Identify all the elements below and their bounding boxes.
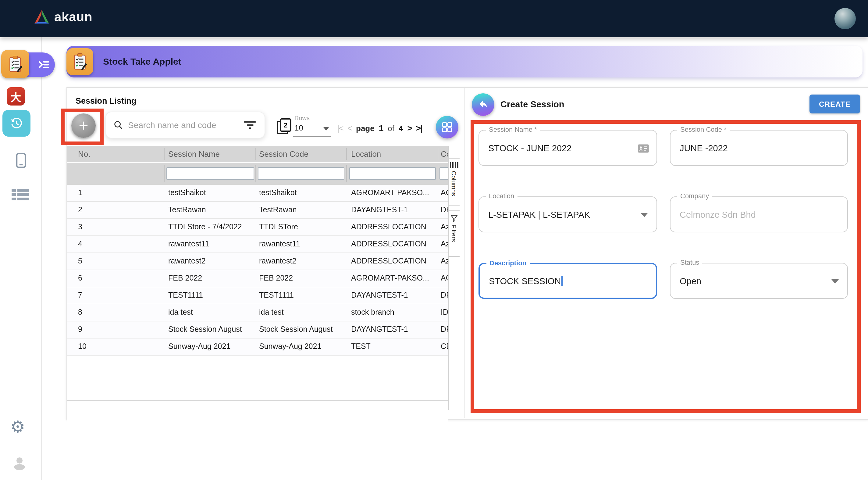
- tab-columns-label: Columns: [451, 171, 458, 196]
- cell-name: Stock Session August: [168, 325, 242, 334]
- table-row[interactable]: 2TestRawanTestRawanDAYANGTEST-1DF: [67, 202, 448, 219]
- brand-name: akaun: [54, 9, 92, 24]
- cell-code: rawantest11: [259, 240, 300, 248]
- cell-name: rawantest2: [168, 257, 206, 265]
- table-row[interactable]: 7TEST1111TEST1111DAYANGTEST-1DF: [67, 287, 448, 304]
- filter-input-session-name[interactable]: [166, 167, 254, 180]
- table-row[interactable]: 1testShaikottestShaikotAGROMART-PAKSO...…: [67, 185, 448, 202]
- table-row[interactable]: 8ida testida teststock branchID: [67, 304, 448, 322]
- sidebar-item-stock-take-applet[interactable]: [1, 50, 29, 78]
- cell-code: rawantest2: [259, 257, 296, 265]
- total-pages: 4: [399, 123, 403, 133]
- table-side-strip: Columns Filters: [448, 146, 460, 410]
- sidebar-item-listing[interactable]: [11, 189, 29, 203]
- first-page-button[interactable]: |<: [337, 123, 343, 133]
- cell-name: testShaikot: [168, 188, 206, 197]
- col-header-session-name[interactable]: Session Name: [168, 149, 220, 158]
- cell-company: AG: [441, 188, 448, 197]
- sidebar-item-history-active[interactable]: [2, 110, 30, 137]
- prev-page-button[interactable]: <: [347, 123, 352, 133]
- list-icon: [11, 189, 29, 201]
- table-footer-strip: [67, 400, 448, 411]
- cell-company: DF: [441, 206, 448, 214]
- search-input[interactable]: [127, 120, 243, 130]
- add-session-button[interactable]: +: [71, 114, 96, 138]
- sidebar-item-red-app[interactable]: 大: [7, 87, 25, 106]
- cell-no: 3: [78, 222, 82, 231]
- cell-company: AG: [441, 274, 448, 282]
- cell-location: ADDRESSLOCATION: [351, 257, 426, 265]
- cell-code: testShaikot: [259, 188, 297, 197]
- cell-no: 2: [78, 206, 82, 214]
- cell-company: ID: [441, 308, 448, 317]
- sidebar-item-mobile[interactable]: [13, 152, 29, 171]
- pages-icon[interactable]: 2: [277, 118, 291, 134]
- col-header-company[interactable]: Co: [441, 149, 448, 158]
- cell-location: ADDRESSLOCATION: [351, 222, 426, 231]
- cell-company: Az: [441, 240, 448, 248]
- top-navbar: akaun: [0, 0, 868, 37]
- applet-header-chip: [66, 48, 93, 75]
- table-row[interactable]: 9Stock Session AugustStock Session Augus…: [67, 322, 448, 338]
- cell-name: TEST1111: [168, 291, 203, 299]
- settings-gear-icon[interactable]: ⚙: [10, 419, 25, 436]
- cell-company: Az: [441, 257, 448, 265]
- table-row[interactable]: 4rawantest11rawantest11ADDRESSLOCATIONAz: [67, 236, 448, 253]
- tab-filters-label: Filters: [451, 224, 458, 242]
- search-filter-icon[interactable]: [243, 121, 257, 129]
- back-button[interactable]: [472, 93, 494, 116]
- cell-location: AGROMART-PAKSO...: [351, 274, 429, 282]
- col-header-location[interactable]: Location: [351, 149, 381, 158]
- rows-per-page-value[interactable]: 10: [294, 123, 303, 132]
- cell-code: FEB 2022: [259, 274, 293, 282]
- tab-columns[interactable]: Columns: [448, 158, 460, 206]
- cell-name: rawantest11: [168, 240, 209, 248]
- col-header-no[interactable]: No.: [78, 149, 90, 158]
- table-row[interactable]: 5rawantest2rawantest2ADDRESSLOCATIONAz: [67, 253, 448, 270]
- cell-company: CE: [441, 342, 448, 351]
- cell-name: TestRawan: [168, 206, 206, 214]
- rows-select-underline: [293, 136, 331, 137]
- rows-select-caret-icon[interactable]: [323, 127, 329, 130]
- user-avatar[interactable]: [835, 8, 856, 29]
- current-page: 1: [379, 123, 384, 133]
- akaun-triangle-icon: [33, 9, 50, 24]
- of-label: of: [388, 123, 394, 133]
- cell-no: 4: [78, 240, 82, 248]
- cell-code: TTDI STore: [259, 222, 298, 231]
- funnel-icon: [451, 215, 458, 222]
- table-filter-row: [67, 162, 448, 185]
- cell-code: TEST1111: [259, 291, 294, 299]
- expand-menu-icon: [37, 58, 51, 71]
- table-row[interactable]: 10Sunway-Aug 2021Sunway-Aug 2021TESTCE: [67, 338, 448, 356]
- cell-name: Sunway-Aug 2021: [168, 342, 230, 351]
- cell-no: 8: [78, 308, 82, 317]
- create-button[interactable]: CREATE: [809, 94, 860, 114]
- table-empty-area: [67, 413, 448, 458]
- grid-view-button[interactable]: [436, 116, 458, 139]
- cell-location: DAYANGTEST-1: [351, 291, 408, 299]
- clipboard-icon: [6, 55, 24, 73]
- table-row[interactable]: 3TTDI Store - 7/4/2022TTDI SToreADDRESSL…: [67, 219, 448, 236]
- pages-icon-count: 2: [280, 118, 291, 132]
- back-arrow-icon: [477, 99, 489, 111]
- clipboard-icon: [71, 53, 89, 71]
- profile-head-shape: [17, 457, 23, 463]
- profile-icon[interactable]: [12, 456, 27, 470]
- table-row[interactable]: 6FEB 2022FEB 2022AGROMART-PAKSO...AG: [67, 270, 448, 287]
- filter-input-company[interactable]: [439, 167, 448, 180]
- filter-input-location[interactable]: [349, 167, 436, 180]
- brand-logo[interactable]: akaun: [33, 9, 92, 24]
- listing-title: Session Listing: [75, 96, 136, 106]
- create-session-panel: Create Session CREATE Session Name * STO…: [464, 88, 868, 418]
- table-header-row: No. Session Name Session Code Location C…: [67, 146, 448, 162]
- next-page-button[interactable]: >: [407, 123, 411, 133]
- tab-filters[interactable]: Filters: [448, 210, 460, 257]
- applet-title: Stock Take Applet: [103, 56, 181, 66]
- smartphone-icon: [13, 152, 29, 169]
- cell-location: TEST: [351, 342, 371, 351]
- create-session-title: Create Session: [500, 99, 564, 109]
- filter-input-session-code[interactable]: [258, 167, 344, 180]
- col-header-session-code[interactable]: Session Code: [259, 149, 308, 158]
- last-page-button[interactable]: >|: [416, 123, 422, 133]
